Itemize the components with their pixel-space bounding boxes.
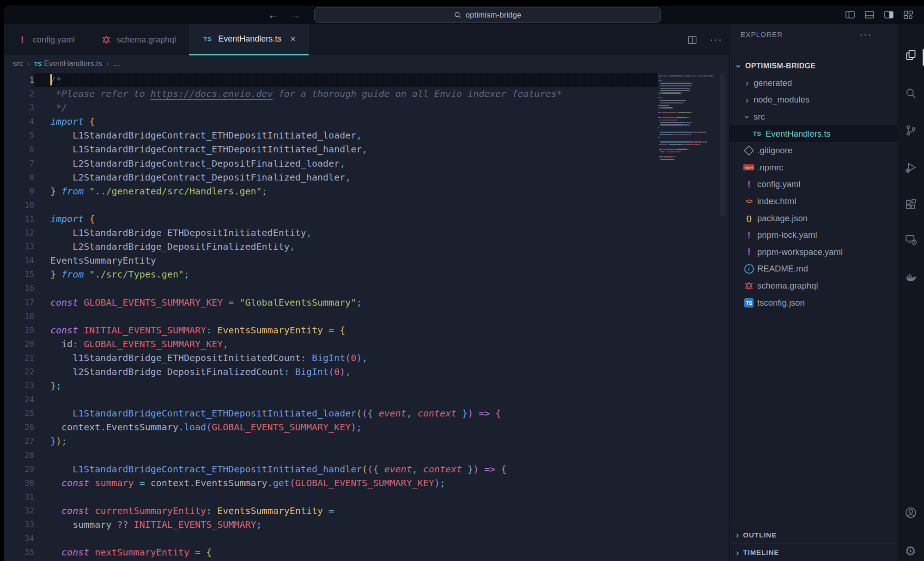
nav-forward-icon[interactable]: → bbox=[287, 7, 303, 23]
explorer-icon[interactable] bbox=[905, 49, 917, 61]
code-lines[interactable]: 1/*2 *Please refer to https://docs.envio… bbox=[4, 73, 658, 561]
code-line-33[interactable]: 33 summary ?? INITIAL_EVENTS_SUMMARY; bbox=[4, 518, 658, 531]
explorer-more-icon[interactable]: ··· bbox=[859, 29, 872, 41]
code-line-17[interactable]: 17const GLOBAL_EVENTS_SUMMARY_KEY = "Glo… bbox=[4, 296, 658, 309]
tree-item-index.html[interactable]: <>index.html bbox=[729, 193, 897, 210]
tab-schema.graphql[interactable]: schema.graphql bbox=[88, 24, 189, 55]
code-line-13[interactable]: 13 L2StandardBridge_DepositFinalizedEnti… bbox=[4, 240, 658, 253]
code-line-29[interactable]: 29 L1StandardBridgeContract_ETHDepositIn… bbox=[4, 462, 658, 476]
remote-explorer-icon[interactable] bbox=[905, 233, 917, 246]
minimap[interactable] bbox=[658, 73, 717, 165]
account-icon[interactable] bbox=[905, 507, 917, 519]
code-line-6[interactable]: 6 L1StandardBridgeContract_ETHDepositIni… bbox=[4, 142, 658, 156]
run-debug-icon[interactable] bbox=[905, 161, 917, 174]
breadcrumb-item[interactable]: TS EventHandlers.ts bbox=[34, 59, 102, 68]
tree-item-tsconfig.json[interactable]: TStsconfig.json bbox=[729, 294, 897, 311]
toggle-panel-icon[interactable] bbox=[864, 9, 875, 20]
code-line-24[interactable]: 24 bbox=[4, 392, 658, 406]
customize-layout-icon[interactable] bbox=[903, 9, 914, 20]
line-number: 18 bbox=[4, 309, 34, 323]
tree-item-pnpm-workspace.yaml[interactable]: !pnpm-workspace.yaml bbox=[729, 244, 897, 261]
tree-item-.gitignore[interactable]: .gitignore bbox=[729, 142, 897, 159]
tree-item-EventHandlers.ts[interactable]: TSEventHandlers.ts bbox=[729, 125, 897, 142]
code-line-1[interactable]: 1/* bbox=[4, 73, 658, 87]
code-line-36[interactable]: 36 ...currentSummaryEntity, bbox=[4, 559, 658, 561]
file-label: EventHandlers.ts bbox=[766, 129, 831, 139]
split-editor-icon[interactable] bbox=[687, 35, 698, 45]
code-line-4[interactable]: 4import { bbox=[4, 115, 658, 128]
tab-EventHandlers.ts[interactable]: TSEventHandlers.ts× bbox=[189, 24, 309, 55]
code-line-23[interactable]: 23}; bbox=[4, 379, 658, 392]
file-label: generated bbox=[754, 78, 792, 88]
code-line-26[interactable]: 26 context.EventsSummary.load(GLOBAL_EVE… bbox=[4, 420, 658, 434]
code-line-31[interactable]: 31 bbox=[4, 490, 658, 504]
code-line-32[interactable]: 32 const currentSummaryEntity: EventsSum… bbox=[4, 504, 658, 518]
code-line-27[interactable]: 27}); bbox=[4, 434, 658, 448]
toggle-primary-sidebar-icon[interactable] bbox=[845, 9, 856, 20]
command-center-search[interactable]: optimism-bridge bbox=[314, 7, 661, 23]
breadcrumb[interactable]: src›TS EventHandlers.ts›… bbox=[4, 55, 729, 72]
vscode-window: ← → optimism-bridge !config.yamlschema.g… bbox=[4, 6, 924, 561]
source-control-icon[interactable] bbox=[905, 124, 917, 137]
code-line-5[interactable]: 5 L1StandardBridgeContract_ETHDepositIni… bbox=[4, 128, 658, 142]
code-line-34[interactable]: 34 bbox=[4, 531, 658, 545]
code-line-11[interactable]: 11import { bbox=[4, 212, 658, 226]
tree-item-README.md[interactable]: iREADME.md bbox=[729, 260, 897, 277]
code-line-20[interactable]: 20 id: GLOBAL_EVENTS_SUMMARY_KEY, bbox=[4, 337, 658, 351]
code-line-15[interactable]: 15} from "./src/Types.gen"; bbox=[4, 267, 658, 281]
activity-bar: ⚙ bbox=[897, 24, 924, 561]
settings-gear-icon[interactable]: ⚙ bbox=[905, 545, 917, 557]
tree-item-schema.graphql[interactable]: schema.graphql bbox=[729, 277, 897, 295]
docker-icon[interactable] bbox=[905, 270, 917, 283]
close-tab-icon[interactable]: × bbox=[290, 34, 296, 44]
tree-item-config.yaml[interactable]: !config.yaml bbox=[729, 176, 897, 193]
code-line-16[interactable]: 16 bbox=[4, 281, 658, 295]
code-line-25[interactable]: 25 L1StandardBridgeContract_ETHDepositIn… bbox=[4, 406, 658, 420]
more-actions-icon[interactable]: ··· bbox=[710, 34, 723, 46]
code-line-21[interactable]: 21 l1StandardBridge_ETHDepositInitiatedC… bbox=[4, 351, 658, 365]
line-number: 19 bbox=[4, 323, 34, 337]
tree-item-node_modules[interactable]: ›node_modules bbox=[729, 91, 897, 109]
code-line-7[interactable]: 7 L2StandardBridgeContract_DepositFinali… bbox=[4, 157, 658, 170]
line-number: 29 bbox=[4, 462, 34, 476]
line-number: 35 bbox=[4, 545, 34, 559]
tree-item-generated[interactable]: ›generated bbox=[729, 75, 897, 92]
tree-item-package.json[interactable]: {}package.json bbox=[729, 210, 897, 227]
breadcrumb-item[interactable]: src bbox=[13, 59, 23, 68]
tab-label: EventHandlers.ts bbox=[218, 34, 281, 44]
code-line-22[interactable]: 22 l2StandardBridge_DepositFinalizedCoun… bbox=[4, 365, 658, 379]
code-line-9[interactable]: 9} from "../generated/src/Handlers.gen"; bbox=[4, 184, 658, 198]
code-editor[interactable]: 1/*2 *Please refer to https://docs.envio… bbox=[4, 72, 729, 561]
line-number: 13 bbox=[4, 240, 34, 253]
breadcrumb-item[interactable]: … bbox=[113, 59, 121, 68]
code-line-10[interactable]: 10 bbox=[4, 198, 658, 212]
typescript-icon: TS bbox=[34, 61, 42, 67]
code-line-8[interactable]: 8 L2StandardBridgeContract_DepositFinali… bbox=[4, 170, 658, 184]
tree-item-src[interactable]: ›src bbox=[729, 109, 897, 126]
code-line-28[interactable]: 28 bbox=[4, 448, 658, 462]
tab-config.yaml[interactable]: !config.yaml bbox=[4, 24, 88, 55]
line-number: 21 bbox=[4, 351, 34, 365]
code-line-30[interactable]: 30 const summary = context.EventsSummary… bbox=[4, 476, 658, 490]
html-icon: <> bbox=[743, 196, 754, 207]
tree-root-optimism-bridge[interactable]: ›OPTIMISM-BRIDGE bbox=[729, 58, 897, 75]
code-line-2[interactable]: 2 *Please refer to https://docs.envio.de… bbox=[4, 87, 658, 101]
section-timeline[interactable]: ›TIMELINE bbox=[729, 543, 897, 561]
code-line-14[interactable]: 14EventsSummaryEntity bbox=[4, 253, 658, 267]
code-line-19[interactable]: 19const INITIAL_EVENTS_SUMMARY: EventsSu… bbox=[4, 323, 658, 337]
code-line-35[interactable]: 35 const nextSummaryEntity = { bbox=[4, 545, 658, 559]
section-outline[interactable]: ›OUTLINE bbox=[729, 526, 897, 543]
extensions-icon[interactable] bbox=[905, 198, 917, 211]
file-label: schema.graphql bbox=[757, 281, 818, 291]
tree-item-pnpm-lock.yaml[interactable]: !pnpm-lock.yaml bbox=[729, 227, 897, 244]
search-view-icon[interactable] bbox=[905, 87, 917, 100]
code-line-12[interactable]: 12 L1StandardBridge_ETHDepositInitiatedE… bbox=[4, 226, 658, 240]
editor-region: !config.yamlschema.graphqlTSEventHandler… bbox=[4, 24, 729, 561]
tree-item-.npmrc[interactable]: npm.npmrc bbox=[729, 159, 897, 176]
toggle-secondary-sidebar-icon[interactable] bbox=[883, 9, 894, 20]
section-label: OUTLINE bbox=[743, 531, 777, 539]
nav-back-icon[interactable]: ← bbox=[265, 7, 281, 23]
code-line-3[interactable]: 3 */ bbox=[4, 101, 658, 115]
code-line-18[interactable]: 18 bbox=[4, 309, 658, 323]
editor-scrollbar[interactable] bbox=[720, 73, 726, 216]
